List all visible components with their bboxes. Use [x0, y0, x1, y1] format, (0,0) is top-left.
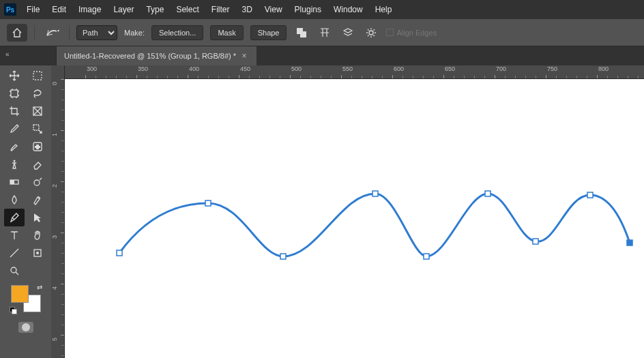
shape-button[interactable]: Shape	[250, 25, 287, 40]
foreground-select-icon	[32, 248, 43, 258]
app-logo: Ps	[4, 3, 16, 16]
options-bar: Path Make: Selection... Mask Shape Align…	[0, 19, 644, 46]
healing-tool[interactable]	[27, 138, 48, 155]
make-label: Make:	[124, 29, 145, 37]
dodge-tool[interactable]	[27, 173, 48, 191]
menu-help[interactable]: Help	[369, 2, 398, 17]
gradient-icon	[9, 177, 20, 188]
path-alignment-button[interactable]	[317, 25, 333, 41]
path-operations-button[interactable]	[293, 25, 310, 41]
menu-plugins[interactable]: Plugins	[289, 2, 327, 17]
menu-type[interactable]: Type	[140, 2, 170, 17]
color-swatches[interactable]: ⇄	[11, 285, 41, 312]
menu-image[interactable]: Image	[72, 2, 107, 17]
arrow-icon	[32, 212, 43, 223]
clone-tool[interactable]	[4, 155, 25, 173]
foreground-swatch[interactable]	[11, 285, 29, 303]
separator	[34, 25, 35, 40]
eyedropper-tool[interactable]	[4, 120, 25, 138]
menu-select[interactable]: Select	[170, 2, 205, 17]
quick-mask-button[interactable]	[18, 322, 33, 333]
selection-button[interactable]: Selection...	[151, 25, 203, 40]
svg-point-13	[36, 252, 39, 254]
eraser-tool[interactable]	[27, 155, 48, 173]
menu-3d[interactable]: 3D	[235, 2, 258, 17]
menu-bar: Ps FileEditImageLayerTypeSelectFilter3DV…	[0, 0, 644, 19]
menu-edit[interactable]: Edit	[46, 2, 72, 17]
vertical-ruler[interactable]: 012345	[51, 65, 65, 358]
path-mode-select[interactable]: Path	[76, 25, 117, 40]
mask-button[interactable]: Mask	[210, 25, 243, 40]
svg-point-14	[11, 267, 16, 273]
anchor-point[interactable]	[627, 240, 632, 245]
swap-colors-icon[interactable]: ⇄	[37, 284, 42, 291]
frame-icon	[32, 106, 43, 117]
artboard-tool[interactable]	[4, 85, 25, 102]
history-tool[interactable]	[27, 191, 48, 209]
foreground-select-tool[interactable]	[27, 244, 48, 262]
anchor-point[interactable]	[587, 192, 593, 198]
home-button[interactable]	[7, 24, 27, 42]
separator	[69, 25, 70, 40]
menu-filter[interactable]: Filter	[205, 2, 236, 17]
pen-tool[interactable]	[4, 209, 25, 226]
hand-icon	[32, 230, 43, 241]
working-path[interactable]	[119, 194, 630, 256]
line-icon	[9, 248, 20, 258]
svg-rect-10	[10, 180, 14, 184]
horizontal-ruler[interactable]: 300350400450500550600650700750800	[65, 65, 644, 79]
gradient-tool[interactable]	[4, 173, 25, 191]
svg-point-2	[369, 31, 373, 35]
anchor-point[interactable]	[280, 254, 286, 259]
anchor-point[interactable]	[424, 254, 429, 259]
anchor-point[interactable]	[372, 191, 378, 196]
menu-file[interactable]: File	[20, 2, 46, 17]
frame-tool[interactable]	[27, 102, 48, 120]
arrow-tool[interactable]	[27, 209, 48, 226]
anchor-point[interactable]	[117, 250, 122, 256]
object-select-tool[interactable]	[27, 120, 48, 138]
canvas[interactable]	[65, 79, 644, 358]
default-colors-icon[interactable]	[10, 307, 16, 314]
document-tab-title: Untitled-1-Recovered @ 151% (Group 1, RG…	[64, 52, 236, 60]
move-tool[interactable]	[4, 67, 25, 85]
path-arrangement-button[interactable]	[340, 25, 356, 41]
gear-icon	[366, 27, 377, 38]
healing-icon	[32, 141, 43, 152]
anchor-point[interactable]	[533, 239, 538, 244]
close-icon[interactable]: ×	[240, 52, 248, 60]
blur-icon	[9, 194, 20, 205]
anchor-point[interactable]	[205, 200, 211, 206]
tool-preset-icon	[44, 27, 59, 38]
svg-rect-3	[33, 72, 42, 80]
tools-panel: ⇄	[0, 65, 51, 358]
zoom-tool[interactable]	[4, 262, 25, 280]
anchor-point[interactable]	[485, 191, 491, 196]
document-tab-bar: « Untitled-1-Recovered @ 151% (Group 1, …	[0, 46, 644, 65]
type-tool[interactable]	[4, 226, 25, 244]
tool-preset-picker[interactable]	[42, 25, 62, 40]
tool-settings-button[interactable]	[363, 25, 379, 41]
align-edges-option: Align Edges	[386, 29, 437, 37]
svg-rect-4	[11, 90, 18, 97]
dodge-icon	[32, 177, 43, 188]
pen-icon	[9, 212, 20, 223]
history-icon	[32, 194, 43, 205]
lasso-tool[interactable]	[27, 85, 48, 102]
brush-icon	[9, 141, 20, 152]
hand-tool[interactable]	[27, 226, 48, 244]
panel-collapse-icon[interactable]: «	[5, 50, 15, 60]
menu-layer[interactable]: Layer	[107, 2, 140, 17]
brush-tool[interactable]	[4, 138, 25, 155]
eraser-icon	[32, 159, 43, 170]
blur-tool[interactable]	[4, 191, 25, 209]
move-icon	[9, 70, 20, 81]
menu-window[interactable]: Window	[327, 2, 369, 17]
line-tool[interactable]	[4, 244, 25, 262]
align-edges-label: Align Edges	[396, 29, 437, 37]
marquee-tool[interactable]	[27, 67, 48, 85]
object-select-icon	[32, 123, 43, 134]
crop-tool[interactable]	[4, 102, 25, 120]
menu-view[interactable]: View	[259, 2, 289, 17]
document-tab[interactable]: Untitled-1-Recovered @ 151% (Group 1, RG…	[56, 46, 257, 65]
